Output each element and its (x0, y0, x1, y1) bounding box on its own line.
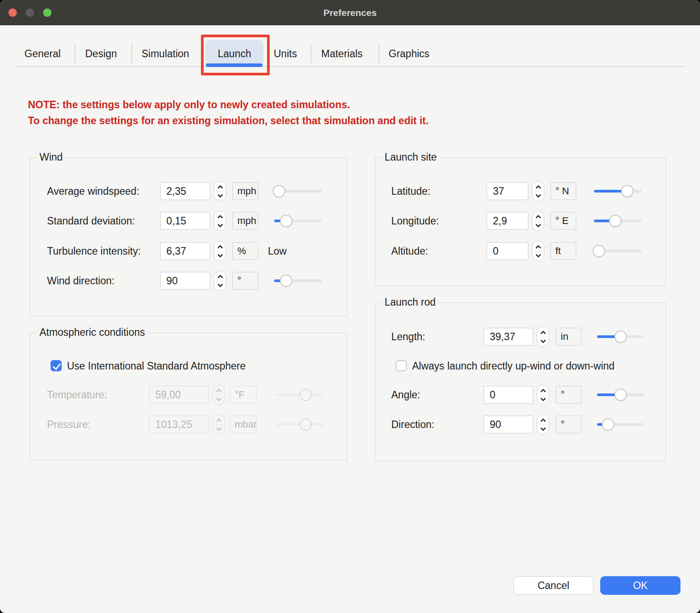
standard-deviation-slider[interactable] (274, 215, 322, 227)
average-windspeed-spinner[interactable] (214, 181, 226, 201)
slider-thumb[interactable] (602, 418, 614, 431)
direction-row: Direction: 90 ° (375, 414, 665, 435)
length-slider[interactable] (597, 330, 644, 343)
turbulence-intensity-row: Turbulence intensity: 6,37 % Low (30, 241, 347, 261)
average-windspeed-slider[interactable] (274, 185, 322, 197)
altitude-label: Altitude: (391, 241, 428, 261)
spinner-down-icon (216, 425, 222, 431)
cancel-button[interactable]: Cancel (513, 576, 594, 595)
wind-direction-input[interactable]: 90 (160, 272, 210, 290)
pressure-slider (276, 418, 323, 431)
altitude-slider[interactable] (594, 245, 641, 257)
altitude-spinner[interactable] (532, 241, 544, 261)
wind-direction-slider[interactable] (274, 275, 322, 287)
slider-thumb[interactable] (614, 330, 627, 343)
upwind-downwind-checkbox-row: Always launch directly up-wind or down-w… (375, 359, 665, 373)
altitude-unit-button[interactable]: ft (551, 242, 576, 260)
spinner-up-icon (540, 418, 546, 424)
tab-general[interactable]: General (24, 43, 61, 65)
slider-thumb[interactable] (609, 215, 621, 227)
angle-slider[interactable] (597, 389, 644, 401)
wind-direction-unit-button[interactable]: ° (232, 272, 258, 290)
turbulence-intensity-spinner[interactable] (214, 241, 226, 261)
latitude-slider[interactable] (594, 185, 641, 197)
tab-divider (131, 44, 132, 63)
length-label: Length: (391, 326, 425, 347)
longitude-spinner[interactable] (532, 211, 544, 231)
longitude-unit-button[interactable]: ° E (551, 212, 576, 230)
standard-deviation-label: Standard deviation: (47, 211, 135, 231)
spinner-up-icon (217, 275, 223, 280)
slider-thumb[interactable] (614, 389, 627, 401)
tab-graphics[interactable]: Graphics (389, 43, 429, 65)
angle-input[interactable]: 0 (484, 386, 533, 404)
slider-thumb[interactable] (280, 215, 292, 227)
average-windspeed-input[interactable]: 2,35 (160, 182, 210, 200)
direction-unit-button[interactable]: ° (556, 416, 582, 433)
slider-thumb[interactable] (593, 245, 605, 257)
tab-materials[interactable]: Materials (321, 43, 362, 65)
turbulence-intensity-unit-button[interactable]: % (232, 242, 258, 260)
upwind-downwind-checkbox-label[interactable]: Always launch directly up-wind or down-w… (412, 359, 614, 373)
altitude-input[interactable]: 0 (487, 242, 528, 260)
angle-unit-button[interactable]: ° (556, 386, 582, 404)
atmospheric-conditions-group-title: Atmospheric conditions (36, 326, 148, 338)
length-input[interactable]: 39,37 (484, 328, 533, 346)
spinner-down-icon (217, 252, 223, 258)
length-unit-button[interactable]: in (556, 328, 582, 346)
pressure-label: Pressure: (47, 414, 90, 435)
standard-deviation-input[interactable]: 0,15 (160, 212, 210, 230)
tab-separator-line (15, 66, 685, 67)
wind-direction-spinner[interactable] (214, 271, 226, 291)
tab-units[interactable]: Units (274, 43, 297, 65)
spinner-down-icon (217, 192, 223, 198)
spinner-down-icon (217, 222, 223, 228)
standard-deviation-unit-button[interactable]: mph (232, 212, 258, 230)
wind-direction-row: Wind direction: 90 ° (30, 271, 347, 291)
slider-thumb[interactable] (280, 275, 292, 287)
spinner-down-icon (535, 192, 541, 198)
longitude-slider[interactable] (594, 215, 641, 227)
latitude-spinner[interactable] (532, 181, 544, 201)
launch-rod-group: Launch rod Length: 39,37 in Always launc… (375, 303, 666, 461)
standard-deviation-spinner[interactable] (214, 211, 226, 231)
average-windspeed-unit-button[interactable]: mph (232, 182, 258, 200)
preferences-window: Preferences General Design Simulation La… (0, 0, 700, 613)
standard-atmosphere-checkbox[interactable] (51, 360, 62, 371)
direction-label: Direction: (391, 414, 434, 435)
spinner-up-icon (216, 389, 222, 394)
altitude-row: Altitude: 0 ft (375, 241, 665, 261)
slider-thumb[interactable] (621, 185, 633, 197)
tab-simulation[interactable]: Simulation (142, 43, 189, 65)
spinner-down-icon (540, 338, 546, 343)
longitude-row: Longitude: 2,9 ° E (375, 211, 665, 231)
temperature-slider (276, 389, 323, 401)
upwind-downwind-checkbox[interactable] (396, 360, 407, 371)
angle-row: Angle: 0 ° (375, 385, 665, 405)
wind-group: Wind Average windspeed: 2,35 mph Standar… (30, 157, 347, 316)
standard-deviation-row: Standard deviation: 0,15 mph (30, 211, 347, 231)
direction-slider[interactable] (597, 418, 644, 431)
tab-divider (75, 44, 75, 63)
slider-thumb[interactable] (273, 185, 285, 197)
pressure-unit-button: mbar (230, 416, 256, 433)
average-windspeed-row: Average windspeed: 2,35 mph (30, 181, 347, 201)
longitude-input[interactable]: 2,9 (487, 212, 528, 230)
angle-label: Angle: (391, 385, 420, 405)
average-windspeed-label: Average windspeed: (47, 181, 139, 201)
standard-atmosphere-checkbox-label[interactable]: Use International Standard Atmosphere (67, 359, 246, 373)
angle-spinner[interactable] (537, 385, 549, 405)
turbulence-intensity-input[interactable]: 6,37 (160, 242, 210, 260)
wind-group-title: Wind (36, 151, 66, 163)
pressure-spinner (212, 414, 225, 435)
tab-design[interactable]: Design (85, 43, 117, 65)
tab-divider (378, 44, 379, 63)
latitude-unit-button[interactable]: ° N (551, 182, 576, 200)
direction-spinner[interactable] (537, 414, 549, 435)
direction-input[interactable]: 90 (484, 416, 533, 433)
turbulence-level-text: Low (268, 241, 287, 261)
ok-button[interactable]: OK (600, 576, 680, 595)
latitude-input[interactable]: 37 (487, 182, 528, 200)
pressure-input: 1013,25 (149, 416, 209, 433)
length-spinner[interactable] (537, 326, 549, 347)
